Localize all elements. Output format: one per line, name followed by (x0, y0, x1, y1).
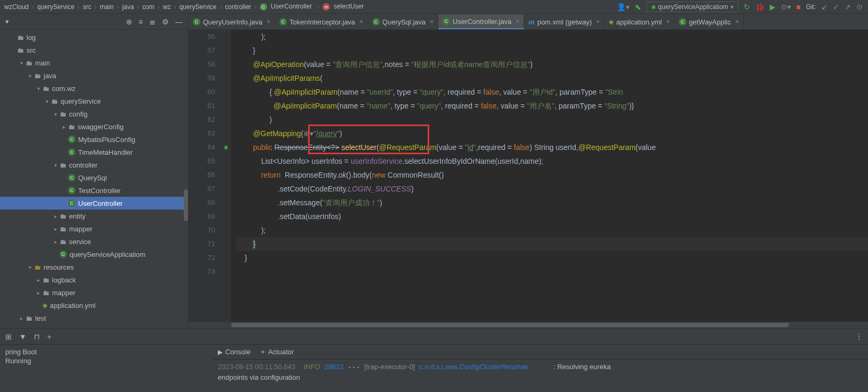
tree-scrollbar[interactable] (184, 189, 188, 221)
git-history-icon[interactable]: ⊙ (856, 3, 863, 11)
close-icon[interactable]: × (666, 18, 670, 26)
tree-item-application-yml[interactable]: ◆application.yml (0, 299, 188, 312)
tree-item-src[interactable]: 🖿src (0, 44, 188, 56)
hide-icon[interactable]: — (175, 18, 183, 26)
user-icon[interactable]: 👤▾ (617, 3, 629, 11)
tree-item-queryserviceapplicatiom[interactable]: CqueryServiceApplicatiom (0, 248, 188, 261)
tree-arrow[interactable]: ▾ (25, 264, 34, 270)
actuator-tab[interactable]: ✦Actuator (260, 348, 294, 356)
close-icon[interactable]: × (516, 18, 520, 25)
git-commit-icon[interactable]: ✓ (833, 3, 839, 11)
breadcrumb-item[interactable]: java (120, 3, 136, 11)
close-icon[interactable]: × (596, 18, 600, 26)
bookmark-icon[interactable]: ⊓ (34, 332, 40, 341)
breadcrumb-item[interactable]: queryService (35, 3, 76, 11)
tree-arrow[interactable]: ▾ (17, 60, 25, 66)
tree-item-queryservice[interactable]: ▾🖿queryService (0, 95, 188, 107)
tree-item-main[interactable]: ▾🖿main (0, 56, 188, 69)
tree-arrow[interactable]: ▸ (51, 226, 59, 232)
tree-arrow[interactable]: ▸ (51, 213, 59, 219)
collapse-icon[interactable]: ≣ (149, 18, 156, 26)
layout-icon[interactable]: ⊞ (5, 332, 12, 341)
services-panel[interactable]: pring Boot Running (0, 345, 212, 392)
tree-item-config[interactable]: ▾🖿config (0, 107, 188, 120)
folder-icon: 🖿 (34, 72, 41, 80)
console-output[interactable]: 2023-08-15 00:11:50.643 INFO 29812 --- [… (212, 360, 868, 385)
tree-item-mybatisplusconfig[interactable]: CMybatisPlusConfig (0, 133, 188, 146)
tab-getwayapplic[interactable]: CgetWayApplic× (675, 14, 744, 29)
breadcrumb-item[interactable]: wz (161, 3, 173, 11)
tab-querysql-java[interactable]: CQuerySql.java× (368, 14, 439, 29)
git-update-icon[interactable]: ↙ (821, 3, 828, 11)
project-tree[interactable]: 🖿log🖿src▾🖿main▾🖿java▾🖿com.wz▾🖿queryServi… (0, 30, 188, 328)
gutter-run-icon[interactable]: ◉ (224, 144, 228, 150)
breadcrumb-item[interactable]: main (98, 3, 116, 11)
tab-queryuserinfo-java[interactable]: CQueryUserInfo.java× (189, 14, 275, 29)
tree-item-java[interactable]: ▾🖿java (0, 69, 188, 82)
tree-arrow[interactable]: ▸ (34, 290, 42, 296)
tree-arrow[interactable]: ▸ (59, 124, 68, 130)
profile-button[interactable]: ⊙▾ (781, 3, 791, 11)
settings-icon[interactable]: ⚙ (162, 18, 169, 26)
folder-icon: 🖿 (42, 85, 49, 93)
close-icon[interactable]: × (735, 18, 739, 26)
editor-area: CQueryUserInfo.java×CTokenInterceptor.ja… (189, 14, 868, 328)
tree-arrow[interactable]: ▸ (34, 277, 42, 283)
hammer-icon[interactable]: ⬉ (635, 3, 641, 11)
breadcrumb-item[interactable]: queryService (177, 3, 218, 11)
tab-usercontroller-java[interactable]: CUserController.java× (438, 14, 524, 29)
console-tab[interactable]: ▶Console (218, 348, 251, 356)
tree-item-logback[interactable]: ▸🖿logback (0, 273, 188, 286)
project-dropdown[interactable]: ▾ (5, 18, 9, 26)
tree-arrow[interactable]: ▾ (51, 162, 59, 168)
tree-item-log[interactable]: 🖿log (0, 31, 188, 44)
breadcrumb-item[interactable]: mselectUser (320, 3, 368, 11)
tree-arrow[interactable]: ▾ (42, 98, 51, 104)
add-icon[interactable]: + (47, 332, 52, 341)
tab-application-yml[interactable]: ◆application.yml× (605, 14, 675, 29)
breadcrumb-item[interactable]: com (140, 3, 157, 11)
debug-button[interactable]: 🐞 (755, 3, 764, 11)
editor-scrollbar-h[interactable] (189, 322, 868, 328)
coverage-button[interactable]: ▶ (770, 3, 776, 11)
tree-item-resources[interactable]: ▾🖿resources (0, 261, 188, 273)
select-opened-icon[interactable]: ⊕ (126, 18, 132, 26)
breadcrumb-item[interactable]: wzCloud (2, 3, 31, 11)
tree-item-mapper[interactable]: ▸🖿mapper (0, 222, 188, 235)
stop-button[interactable]: ■ (796, 3, 801, 11)
tab-pom-xml-getway-[interactable]: mpom.xml (getway)× (524, 14, 605, 29)
tree-arrow[interactable]: ▾ (25, 73, 34, 79)
git-push-icon[interactable]: ↗ (845, 3, 851, 11)
run-config-dropdown[interactable]: ◉ queryServiceApplicatiom ▾ (646, 2, 738, 12)
tree-item-timemetahandler[interactable]: CTimeMetaHandler (0, 146, 188, 159)
tree-item-mapper[interactable]: ▸🖿mapper (0, 286, 188, 299)
tree-item-testcontroller[interactable]: CTestController (0, 184, 188, 197)
tree-item-entity[interactable]: ▸🖿entity (0, 210, 188, 222)
close-icon[interactable]: × (360, 18, 363, 26)
breadcrumb-item[interactable]: src (81, 3, 93, 11)
tree-item-service[interactable]: ▸🖿service (0, 235, 188, 248)
run-button[interactable]: ↻ (744, 3, 750, 11)
tab-label: pom.xml (getway) (537, 18, 592, 26)
tree-arrow[interactable]: ▸ (17, 315, 25, 321)
close-icon[interactable]: × (267, 18, 270, 26)
tree-item-swaggerconfig[interactable]: ▸🖿swaggerConfig (0, 120, 188, 133)
breadcrumb[interactable]: wzCloud› queryService› src› main› java› … (0, 3, 368, 11)
code-content[interactable]: ); } @ApiOperation(value = "查询用户信息",note… (231, 30, 868, 322)
more-icon[interactable]: ⋮ (855, 332, 863, 341)
tree-item-controller[interactable]: ▾🖿controller (0, 159, 188, 171)
tree-item-usercontroller[interactable]: CUserController (0, 197, 188, 210)
tree-item-querysql[interactable]: CQuerySql (0, 171, 188, 184)
breadcrumb-item[interactable]: controller (223, 3, 253, 11)
tree-item-test[interactable]: ▸🖿test (0, 312, 188, 324)
tree-arrow[interactable]: ▾ (51, 111, 59, 117)
tree-arrow[interactable]: ▸ (51, 239, 59, 245)
filter-icon[interactable]: ▼ (19, 332, 27, 341)
tree-item-com-wz[interactable]: ▾🖿com.wz (0, 82, 188, 95)
close-icon[interactable]: × (430, 18, 433, 26)
code-editor[interactable]: 565758596061626364656667686970717273 ◉ )… (189, 30, 868, 322)
breadcrumb-item[interactable]: CUserController (258, 3, 316, 11)
tree-arrow[interactable]: ▾ (34, 86, 42, 91)
expand-icon[interactable]: ≡ (139, 18, 143, 26)
tab-tokeninterceptor-java[interactable]: CTokenInterceptor.java× (275, 14, 368, 29)
